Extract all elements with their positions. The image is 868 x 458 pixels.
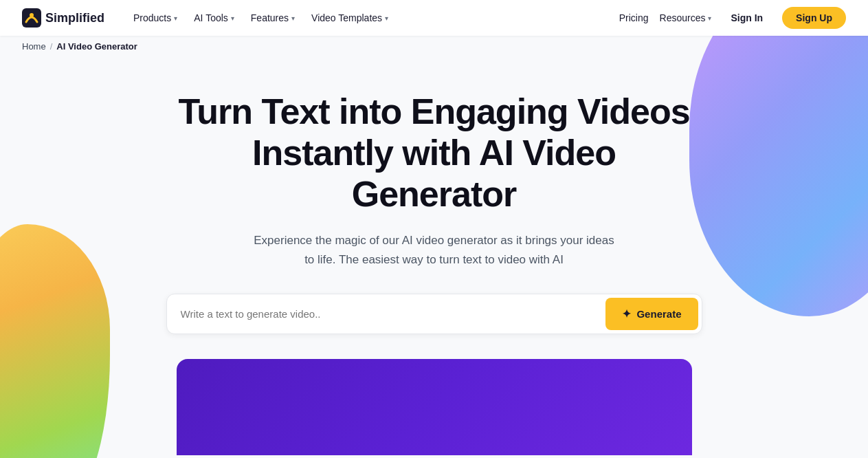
breadcrumb: Home / AI Video Generator — [0, 36, 868, 57]
nav-item-products[interactable]: Products ▾ — [126, 8, 184, 28]
logo-link[interactable]: Simplified — [22, 8, 104, 28]
logo-text: Simplified — [45, 11, 104, 25]
signin-button[interactable]: Sign In — [722, 8, 771, 28]
svg-point-1 — [30, 13, 34, 17]
generate-button[interactable]: ✦ Generate — [605, 298, 698, 330]
breadcrumb-current: AI Video Generator — [56, 41, 137, 52]
video-text-input[interactable] — [167, 297, 603, 331]
chevron-down-icon: ▾ — [174, 14, 177, 22]
nav-resources[interactable]: Resources ▾ — [660, 12, 712, 23]
nav-item-ai-tools[interactable]: AI Tools ▾ — [187, 8, 241, 28]
chevron-down-icon: ▾ — [708, 14, 711, 22]
video-preview — [177, 359, 692, 455]
breadcrumb-separator: / — [50, 41, 53, 52]
nav-links: Products ▾ AI Tools ▾ Features ▾ Video T… — [126, 8, 619, 28]
nav-item-video-templates[interactable]: Video Templates ▾ — [304, 8, 395, 28]
hero-title: Turn Text into Engaging Videos Instantly… — [173, 91, 695, 215]
chevron-down-icon: ▾ — [291, 14, 295, 22]
breadcrumb-home[interactable]: Home — [22, 41, 46, 52]
sparkle-icon: ✦ — [622, 307, 631, 320]
video-text-input-bar: ✦ Generate — [166, 294, 702, 334]
navbar: Simplified Products ▾ AI Tools ▾ Feature… — [0, 0, 868, 36]
signup-button[interactable]: Sign Up — [782, 7, 846, 29]
hero-subtitle: Experience the magic of our AI video gen… — [249, 231, 620, 268]
logo-icon — [22, 8, 41, 28]
nav-right: Pricing Resources ▾ Sign In Sign Up — [619, 7, 846, 29]
chevron-down-icon: ▾ — [385, 14, 388, 22]
nav-pricing[interactable]: Pricing — [619, 12, 649, 23]
hero-section: Turn Text into Engaging Videos Instantly… — [0, 57, 868, 334]
nav-item-features[interactable]: Features ▾ — [244, 8, 302, 28]
chevron-down-icon: ▾ — [231, 14, 234, 22]
